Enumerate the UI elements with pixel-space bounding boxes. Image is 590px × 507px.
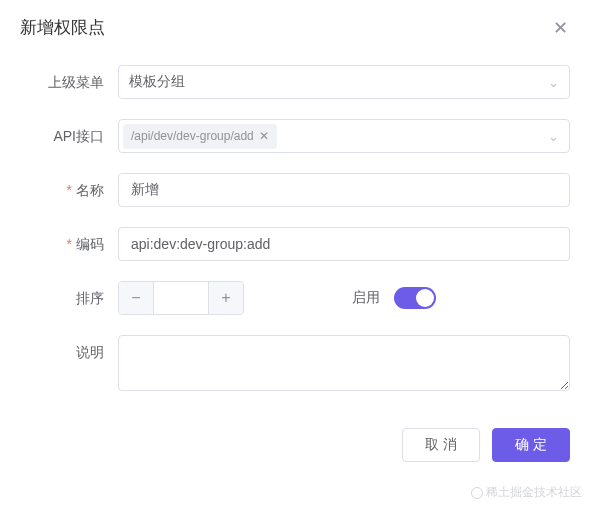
sort-input[interactable] bbox=[153, 282, 209, 314]
code-input[interactable] bbox=[118, 227, 570, 261]
api-select[interactable]: /api/dev/dev-group/add ✕ ⌄ bbox=[118, 119, 570, 153]
row-api: API接口 /api/dev/dev-group/add ✕ ⌄ bbox=[20, 119, 570, 153]
enable-switch[interactable] bbox=[394, 287, 436, 309]
label-enable: 启用 bbox=[352, 289, 380, 307]
desc-textarea[interactable] bbox=[118, 335, 570, 391]
enable-wrap: 启用 bbox=[352, 287, 436, 309]
watermark: 稀土掘金技术社区 bbox=[471, 484, 582, 501]
row-desc: 说明 bbox=[20, 335, 570, 394]
row-sort-enable: 排序 − + 启用 bbox=[20, 281, 570, 315]
watermark-text: 稀土掘金技术社区 bbox=[486, 484, 582, 501]
parent-menu-value: 模板分组 bbox=[129, 73, 185, 91]
confirm-button[interactable]: 确定 bbox=[492, 428, 570, 462]
sort-stepper: − + bbox=[118, 281, 244, 315]
label-name: 名称 bbox=[20, 173, 118, 207]
label-sort: 排序 bbox=[20, 281, 118, 315]
dialog-header: 新增权限点 ✕ bbox=[20, 0, 570, 57]
switch-knob bbox=[416, 289, 434, 307]
label-api: API接口 bbox=[20, 119, 118, 153]
row-parent-menu: 上级菜单 模板分组 ⌄ bbox=[20, 65, 570, 99]
dialog-footer: 取消 确定 bbox=[20, 414, 570, 462]
dialog-title: 新增权限点 bbox=[20, 16, 105, 39]
label-desc: 说明 bbox=[20, 335, 118, 369]
row-code: 编码 bbox=[20, 227, 570, 261]
label-parent-menu: 上级菜单 bbox=[20, 65, 118, 99]
parent-menu-select[interactable]: 模板分组 ⌄ bbox=[118, 65, 570, 99]
stepper-minus-button[interactable]: − bbox=[119, 282, 153, 314]
stepper-plus-button[interactable]: + bbox=[209, 282, 243, 314]
chevron-down-icon: ⌄ bbox=[548, 129, 559, 144]
label-code: 编码 bbox=[20, 227, 118, 261]
name-input[interactable] bbox=[118, 173, 570, 207]
permission-form: 上级菜单 模板分组 ⌄ API接口 /api/dev/dev-group/add… bbox=[20, 57, 570, 394]
dialog: 新增权限点 ✕ 上级菜单 模板分组 ⌄ API接口 /api/dev/dev-g… bbox=[0, 0, 590, 482]
api-tag-text: /api/dev/dev-group/add bbox=[131, 129, 254, 143]
watermark-icon bbox=[471, 487, 483, 499]
cancel-button[interactable]: 取消 bbox=[402, 428, 480, 462]
chevron-down-icon: ⌄ bbox=[548, 75, 559, 90]
close-icon[interactable]: ✕ bbox=[551, 17, 570, 39]
tag-close-icon[interactable]: ✕ bbox=[259, 130, 269, 142]
api-tag: /api/dev/dev-group/add ✕ bbox=[123, 124, 277, 149]
row-name: 名称 bbox=[20, 173, 570, 207]
